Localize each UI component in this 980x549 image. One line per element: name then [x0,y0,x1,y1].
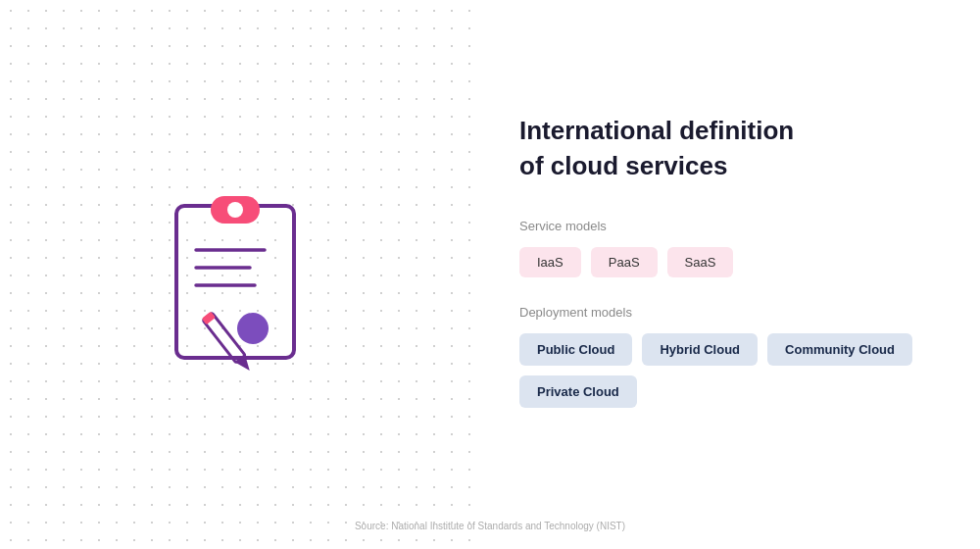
service-models-section: Service models IaaS PaaS SaaS [519,219,941,305]
deployment-models-pills: Public Cloud Hybrid Cloud Community Clou… [519,333,941,408]
pill-saas: SaaS [667,247,734,277]
svg-point-9 [237,313,269,344]
pill-public-cloud: Public Cloud [519,333,632,366]
source-citation: Source: National Institute of Standards … [355,521,625,531]
pill-private-cloud: Private Cloud [519,375,637,408]
service-models-pills: IaaS PaaS SaaS [519,247,941,277]
main-title: International definition of cloud servic… [519,114,941,182]
right-panel: International definition of cloud servic… [470,0,980,549]
page-container: International definition of cloud servic… [0,0,980,549]
service-models-label: Service models [519,219,941,233]
left-panel [0,0,470,549]
svg-rect-0 [176,206,294,358]
deployment-models-section: Deployment models Public Cloud Hybrid Cl… [519,305,941,435]
clipboard-illustration [157,167,314,382]
pill-community-cloud: Community Cloud [767,333,912,366]
pill-iaas: IaaS [519,247,581,277]
svg-point-2 [227,202,243,218]
pill-paas: PaaS [591,247,658,277]
deployment-models-label: Deployment models [519,305,941,320]
pill-hybrid-cloud: Hybrid Cloud [642,333,758,366]
